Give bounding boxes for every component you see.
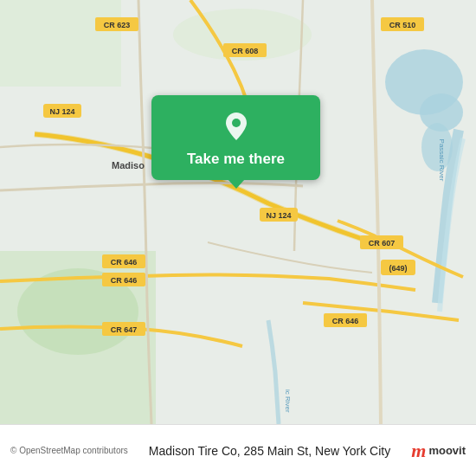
take-me-there-button[interactable]: Take me there <box>151 95 320 180</box>
location-pin-icon <box>220 109 253 142</box>
moovit-m-letter: m <box>411 440 426 462</box>
svg-text:NJ 124: NJ 124 <box>266 211 291 220</box>
svg-text:NJ 124: NJ 124 <box>49 107 74 116</box>
address-text: Madison Tire Co, 285 Main St, New York C… <box>135 444 404 458</box>
moovit-logo: m moovit <box>411 440 466 462</box>
svg-text:CR 646: CR 646 <box>111 276 138 285</box>
svg-text:CR 646: CR 646 <box>111 258 138 267</box>
svg-text:Passaic River: Passaic River <box>438 139 446 182</box>
svg-text:CR 607: CR 607 <box>369 239 396 248</box>
svg-text:ic River: ic River <box>284 389 292 413</box>
svg-rect-4 <box>0 0 121 87</box>
copyright-text: © OpenStreetMap contributors <box>10 446 128 455</box>
svg-text:CR 647: CR 647 <box>111 325 138 334</box>
svg-text:(649): (649) <box>389 264 407 273</box>
svg-text:CR 510: CR 510 <box>389 21 416 29</box>
svg-text:CR 646: CR 646 <box>332 317 359 325</box>
bottom-bar: © OpenStreetMap contributors Madison Tir… <box>0 424 476 476</box>
moovit-wordmark: moovit <box>428 444 466 457</box>
svg-text:CR 608: CR 608 <box>232 47 259 55</box>
svg-text:Madiso: Madiso <box>112 160 145 170</box>
svg-point-33 <box>232 119 241 127</box>
tooltip-label: Take me there <box>187 151 285 168</box>
svg-text:CR 623: CR 623 <box>104 21 131 29</box>
map-background: CR 623 CR 510 NJ 124 CR 608 NJ 124 CR 60… <box>0 0 476 424</box>
map-container: CR 623 CR 510 NJ 124 CR 608 NJ 124 CR 60… <box>0 0 476 424</box>
